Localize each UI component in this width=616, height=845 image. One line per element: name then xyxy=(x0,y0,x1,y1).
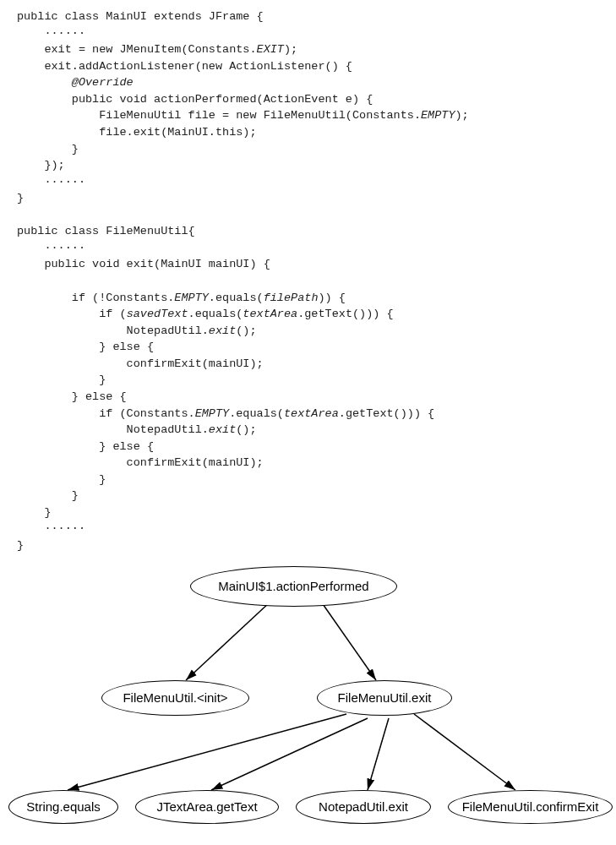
code-line: public class FileMenuUtil{ xyxy=(17,225,195,237)
node-filemenuutil-confirmexit: FileMenuUtil.confirmExit xyxy=(448,790,613,824)
code-line: }); xyxy=(17,159,65,172)
svg-line-5 xyxy=(414,714,515,790)
node-label: String.equals xyxy=(26,798,101,816)
code-line: } xyxy=(17,506,52,519)
code-line: NotepadUtil.exit(); xyxy=(17,324,257,337)
svg-line-1 xyxy=(321,602,376,680)
node-label: FileMenuUtil.exit xyxy=(338,689,432,707)
node-filemenuutil-init: FileMenuUtil.<init> xyxy=(101,680,249,716)
node-label: NotepadUtil.exit xyxy=(319,798,408,816)
code-line: } xyxy=(17,192,24,204)
call-graph: MainUI$1.actionPerformed FileMenuUtil.<i… xyxy=(0,549,616,845)
code-line: file.exit(MainUI.this); xyxy=(17,126,257,139)
code-line: } else { xyxy=(17,440,154,453)
code-line: NotepadUtil.exit(); xyxy=(17,423,257,436)
code-line: public class MainUI extends JFrame { xyxy=(17,10,264,23)
code-line: exit.addActionListener(new ActionListene… xyxy=(17,60,352,73)
code-line: exit = new JMenuItem(Constants.EXIT); xyxy=(17,43,297,56)
code-line: ······ xyxy=(17,522,85,535)
node-jtextarea-gettext: JTextArea.getText xyxy=(135,790,279,824)
code-line: } xyxy=(17,143,79,155)
code-line: } else { xyxy=(17,390,127,403)
node-notepadutil-exit: NotepadUtil.exit xyxy=(296,790,431,824)
node-label: JTextArea.getText xyxy=(156,798,257,816)
code-line: public void exit(MainUI mainUI) { xyxy=(17,258,270,270)
code-line: } xyxy=(17,489,79,502)
svg-line-4 xyxy=(368,718,389,790)
code-line: } xyxy=(17,473,106,486)
code-line: FileMenuUtil file = new FileMenuUtil(Con… xyxy=(17,109,469,122)
code-line: if (savedText.equals(textArea.getText())… xyxy=(17,308,394,320)
svg-line-2 xyxy=(68,714,346,790)
code-line: ······ xyxy=(17,27,85,40)
code-line: if (!Constants.EMPTY.equals(filePath)) { xyxy=(17,292,346,304)
code-line: confirmExit(mainUI); xyxy=(17,357,264,370)
code-line: public void actionPerformed(ActionEvent … xyxy=(17,93,373,106)
node-root: MainUI$1.actionPerformed xyxy=(190,566,397,607)
code-line: @Override xyxy=(17,76,134,89)
svg-line-0 xyxy=(186,602,270,680)
node-filemenuutil-exit: FileMenuUtil.exit xyxy=(317,680,452,716)
node-label: MainUI$1.actionPerformed xyxy=(218,577,368,596)
code-line: } xyxy=(17,373,106,386)
node-label: FileMenuUtil.<init> xyxy=(123,689,227,707)
code-line: ······ xyxy=(17,176,85,188)
node-label: FileMenuUtil.confirmExit xyxy=(462,798,599,816)
code-line: } else { xyxy=(17,341,154,353)
code-line: if (Constants.EMPTY.equals(textArea.getT… xyxy=(17,407,434,420)
code-line: ······ xyxy=(17,242,85,254)
node-string-equals: String.equals xyxy=(8,790,118,824)
code-block: public class MainUI extends JFrame { ···… xyxy=(0,0,616,554)
code-line: confirmExit(mainUI); xyxy=(17,456,264,469)
